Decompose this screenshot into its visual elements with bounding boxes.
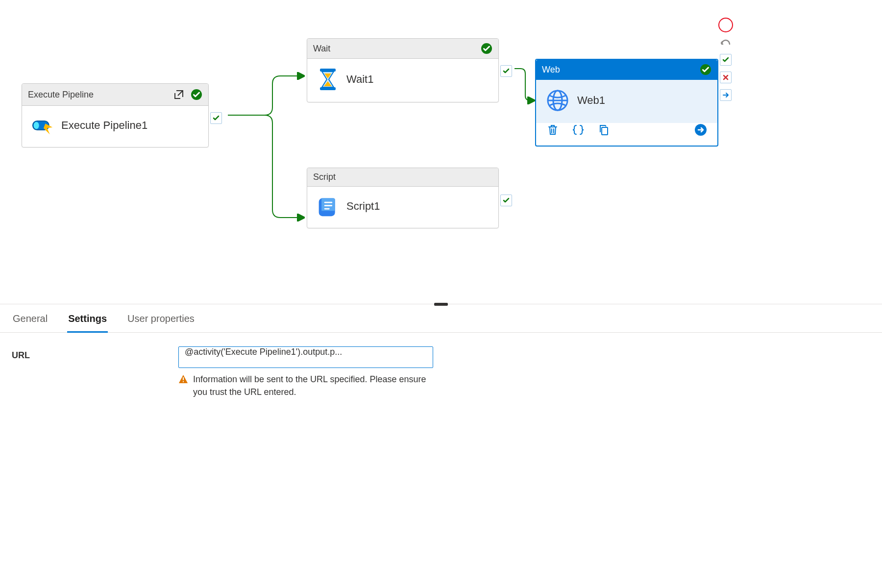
- svg-rect-17: [183, 381, 184, 382]
- svg-rect-14: [602, 127, 608, 135]
- details-tabs: General Settings User properties: [0, 304, 882, 333]
- node-name: Execute Pipeline1: [61, 119, 147, 132]
- script-icon: [317, 196, 339, 217]
- node-name: Wait1: [346, 73, 373, 86]
- output-port-success[interactable]: [500, 195, 512, 206]
- tab-settings[interactable]: Settings: [67, 313, 108, 333]
- output-port-success[interactable]: [720, 54, 732, 66]
- node-body: Wait1: [307, 59, 498, 102]
- output-port-success[interactable]: [500, 65, 512, 77]
- status-ok-icon: [700, 64, 711, 75]
- svg-rect-7: [324, 202, 333, 203]
- node-type-label: Web: [542, 65, 560, 75]
- node-type-label: Script: [313, 172, 336, 182]
- url-label: URL: [12, 346, 159, 361]
- svg-rect-9: [324, 208, 330, 210]
- node-body: Execute Pipeline1: [22, 106, 208, 147]
- status-ok-icon: [481, 43, 492, 54]
- pipeline-canvas[interactable]: Execute Pipeline Execute Pipe: [0, 0, 882, 304]
- delete-icon[interactable]: [546, 123, 560, 137]
- node-header: Web: [536, 60, 717, 80]
- output-port-failure[interactable]: [720, 72, 732, 83]
- copy-icon[interactable]: [597, 123, 611, 137]
- pipeline-icon: [32, 115, 53, 136]
- node-header: Script: [307, 168, 498, 187]
- node-actions: [536, 123, 717, 146]
- panel-resize-handle[interactable]: [0, 304, 882, 304]
- node-execute-pipeline[interactable]: Execute Pipeline Execute Pipe: [22, 83, 209, 147]
- svg-rect-8: [324, 205, 333, 206]
- node-web[interactable]: Web Web1: [535, 59, 718, 147]
- output-port-completion[interactable]: [720, 89, 732, 101]
- undo-icon[interactable]: [720, 38, 732, 48]
- warning-icon: [178, 374, 188, 384]
- svg-rect-16: [183, 377, 184, 380]
- node-header: Execute Pipeline: [22, 84, 208, 106]
- run-arrow-icon[interactable]: [694, 123, 708, 137]
- node-name: Web1: [577, 94, 605, 107]
- open-external-icon[interactable]: [172, 88, 186, 101]
- tab-user-properties[interactable]: User properties: [126, 313, 196, 332]
- node-wait[interactable]: Wait Wait1: [307, 38, 499, 102]
- grip-icon: [434, 303, 448, 306]
- settings-form: URL @activity('Execute Pipeline1').outpu…: [0, 333, 882, 418]
- node-web-handles: [718, 18, 733, 101]
- globe-icon: [546, 89, 569, 112]
- hourglass-icon: [317, 68, 339, 91]
- node-body: Script1: [307, 187, 498, 228]
- url-warning-text: Information will be sent to the URL spec…: [193, 373, 433, 398]
- node-type-label: Wait: [313, 44, 330, 54]
- tab-general[interactable]: General: [12, 313, 49, 332]
- node-type-label: Execute Pipeline: [28, 90, 94, 100]
- output-port-success[interactable]: [210, 112, 222, 124]
- node-name: Script1: [346, 200, 380, 213]
- code-braces-icon[interactable]: [571, 123, 585, 137]
- node-body: Web1: [536, 80, 717, 123]
- node-script[interactable]: Script Script1: [307, 168, 499, 228]
- breakpoint-icon[interactable]: [718, 18, 733, 32]
- svg-point-3: [34, 122, 39, 129]
- node-header: Wait: [307, 39, 498, 59]
- url-warning: Information will be sent to the URL spec…: [178, 373, 433, 398]
- url-input[interactable]: @activity('Execute Pipeline1').output.p.…: [178, 346, 433, 368]
- status-ok-icon: [191, 89, 202, 100]
